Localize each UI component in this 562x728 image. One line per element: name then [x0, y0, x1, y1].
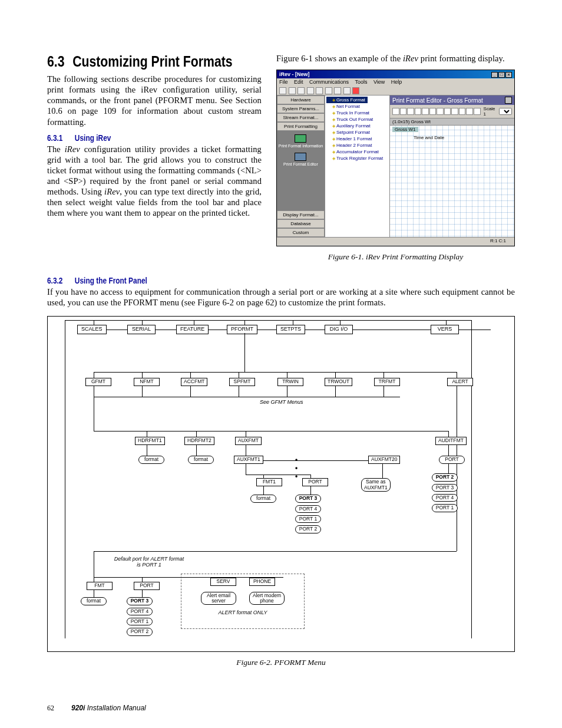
- tb-paste-icon[interactable]: [334, 87, 341, 94]
- editor-area: Print Format Editor - Gross Format Scale…: [390, 95, 514, 237]
- status-bar: R:1 C:1: [277, 237, 514, 245]
- tree-truckin[interactable]: Truck In Format: [326, 110, 388, 116]
- node-trwout: TRWOUT: [325, 378, 352, 386]
- alert-fmt: FMT: [87, 582, 113, 589]
- alert-phone-sub: Alert modem phone: [249, 592, 285, 605]
- et-icon[interactable]: [422, 108, 429, 115]
- pc-port3: PORT 3: [295, 495, 321, 502]
- editor-icon: [295, 153, 306, 161]
- sidebar-custom[interactable]: Custom: [277, 228, 325, 237]
- node-alert: ALERT: [447, 378, 473, 386]
- manual-name-rest: Installation Manual: [85, 704, 146, 712]
- node-port: PORT: [302, 478, 328, 486]
- sidebar-database[interactable]: Database: [277, 219, 325, 228]
- pr-port2: PORT 2: [432, 473, 458, 481]
- menu-view[interactable]: View: [373, 79, 385, 85]
- page-number: 62: [47, 704, 54, 712]
- et-icon[interactable]: [407, 108, 414, 115]
- tree-aux[interactable]: Auxiliary Format: [326, 123, 388, 129]
- et-icon[interactable]: [466, 108, 473, 115]
- alert-only-note: ALERT format ONLY: [189, 610, 297, 615]
- grid-cell2[interactable]: Time and Date: [414, 135, 444, 140]
- close-icon[interactable]: ×: [505, 72, 512, 78]
- tb-copy-icon[interactable]: [325, 87, 332, 94]
- tb-open-icon[interactable]: [289, 87, 296, 94]
- alert-default-note: Default port for ALERT format is PORT 1: [114, 556, 184, 568]
- sidebar-stream[interactable]: Stream Format...: [277, 113, 325, 122]
- et-icon[interactable]: [400, 108, 407, 115]
- tb-cut-icon[interactable]: [316, 87, 323, 94]
- menu-tools[interactable]: Tools: [355, 79, 367, 85]
- menu-help[interactable]: Help: [391, 79, 402, 85]
- section-number: 6.3: [47, 53, 65, 70]
- grid-cell1[interactable]: Gross W1: [392, 127, 418, 132]
- subheading-631: 6.3.1Using iRev: [47, 133, 260, 143]
- editor-close-icon[interactable]: [505, 97, 512, 104]
- body-632: If you have no access to equipment for c…: [47, 286, 515, 308]
- et-icon[interactable]: [415, 108, 422, 115]
- scale-select[interactable]: [499, 108, 512, 115]
- sidebar-print-formatting[interactable]: Print Formatting: [277, 122, 325, 131]
- et-icon[interactable]: [444, 108, 451, 115]
- et-icon[interactable]: [392, 108, 399, 115]
- node-auxfmt: AUXFMT: [235, 437, 262, 444]
- alert-dashed-box: SERV PHONE Alert email server Alert mode…: [181, 574, 305, 629]
- menu-comms[interactable]: Communications: [309, 79, 349, 85]
- pc-port2: PORT 2: [295, 525, 321, 533]
- grid-header: (1.0x15) Gross Wt: [390, 118, 514, 126]
- sidebar-display[interactable]: Display Format...: [277, 210, 325, 219]
- tb-print-icon[interactable]: [307, 87, 314, 94]
- page-footer: 62 920i Installation Manual: [47, 704, 146, 713]
- tree-truckreg[interactable]: Truck Register Format: [326, 155, 388, 162]
- section-heading: 6.3Customizing Print Formats: [47, 53, 260, 70]
- alert-format-leaf: format: [81, 597, 107, 605]
- et-icon[interactable]: [437, 108, 444, 115]
- node-serial: SERIAL: [127, 325, 156, 334]
- et-icon[interactable]: [474, 108, 481, 115]
- tb-new-icon[interactable]: [279, 87, 286, 94]
- node-auxfmt1: AUXFMT1: [234, 456, 263, 463]
- tree-acc[interactable]: Accumulator Format: [326, 149, 388, 155]
- sub-title: Using the Front Panel: [75, 276, 147, 285]
- minimize-icon[interactable]: _: [491, 72, 498, 78]
- editor-toolbar: Scale 1: [390, 105, 514, 118]
- et-icon[interactable]: [459, 108, 466, 115]
- menu-file[interactable]: File: [279, 79, 288, 85]
- tree-gross[interactable]: Gross Format: [326, 97, 368, 103]
- printer-icon: [295, 134, 306, 143]
- sidebar-hardware[interactable]: Hardware: [277, 95, 325, 104]
- node-spfmt: SPFMT: [229, 378, 255, 386]
- tree-h1[interactable]: Header 1 Format: [326, 136, 388, 142]
- sub-title: Using iRev: [75, 133, 111, 143]
- node-trfmt: TRFMT: [374, 378, 400, 386]
- node-auditfmt: AUDITFMT: [435, 437, 467, 444]
- pr-port1: PORT 1: [432, 504, 458, 512]
- sidebar-mid-label2[interactable]: Print Format Editor: [283, 162, 318, 166]
- tree-truckout[interactable]: Truck Out Format: [326, 116, 388, 123]
- editor-title: Print Format Editor - Gross Format: [390, 95, 514, 105]
- pc-port4: PORT 4: [295, 505, 321, 513]
- tb-stop-icon[interactable]: [352, 87, 359, 94]
- ap-port4: PORT 4: [127, 608, 153, 615]
- tb-undo-icon[interactable]: [343, 87, 351, 94]
- et-icon[interactable]: [429, 108, 437, 115]
- et-icon[interactable]: [451, 108, 458, 115]
- body-631: The iRev configuration utility provides …: [47, 144, 262, 219]
- tb-save-icon[interactable]: [297, 87, 305, 94]
- sub-number: 6.3.2: [47, 276, 62, 285]
- right-intro: Figure 6-1 shows an example of the iRev …: [276, 53, 515, 64]
- tree-net[interactable]: Net Format: [326, 103, 388, 110]
- menu-edit[interactable]: Edit: [294, 79, 303, 85]
- alert-phone: PHONE: [249, 578, 275, 585]
- sub-number: 6.3.1: [47, 133, 62, 143]
- grid-area[interactable]: (1.0x15) Gross Wt Gross W1 Time and Date: [390, 118, 514, 237]
- sidebar-system[interactable]: System Params...: [277, 104, 325, 113]
- alert-port: PORT: [134, 582, 160, 589]
- ap-port2: PORT 2: [127, 628, 153, 635]
- audit-port: PORT: [439, 456, 465, 463]
- tree-setpoint[interactable]: Setpoint Format: [326, 129, 388, 136]
- node-fmt1: FMT1: [256, 478, 282, 486]
- sidebar-mid-label1[interactable]: Print Format Information: [279, 144, 323, 148]
- tree-h2[interactable]: Header 2 Format: [326, 142, 388, 149]
- maximize-icon[interactable]: □: [498, 72, 505, 78]
